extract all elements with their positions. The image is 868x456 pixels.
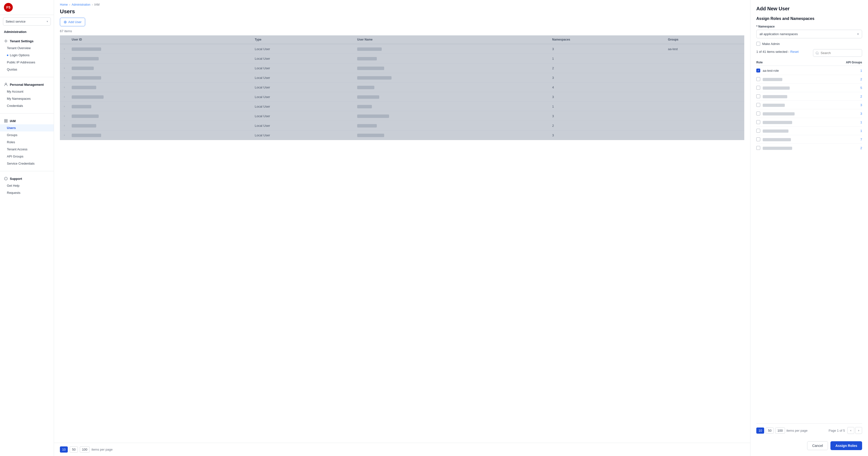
sidebar-item-users[interactable]: Users [0,124,54,132]
role-list-item: 1 [756,126,862,135]
breadcrumb-iam: IAM [94,3,99,6]
panel-page-info: Page 1 of 5 [829,429,845,432]
svg-rect-5 [6,121,7,122]
role-checkbox[interactable] [756,68,760,73]
sidebar-item-service-credentials[interactable]: Service Credentials [0,160,54,167]
sidebar-item-quotas[interactable]: Quotas [0,66,54,73]
iam-section: IAM Users Groups Roles Tenant Access API… [0,114,54,170]
role-name [763,77,855,81]
sidebar-item-get-help[interactable]: Get Help [0,182,54,189]
role-list-item: aa-test-role1 [756,66,862,75]
role-checkbox[interactable] [756,120,760,124]
next-page-button[interactable]: › [855,427,862,434]
page-size-10[interactable]: 10 [60,447,68,453]
panel-items-per-page-label: items per page [786,429,808,432]
svg-rect-4 [4,121,6,122]
make-admin-label: Make Admin [762,42,780,46]
sidebar-logo: F5 [0,0,54,15]
namespace-dropdown[interactable]: all application namespaces ▾ [756,30,862,38]
divider-1 [0,77,54,77]
role-checkbox[interactable] [756,94,760,98]
make-admin-row: Make Admin [756,42,862,46]
role-api-count: 7 [857,138,862,141]
role-list-item: 2 [756,75,862,84]
sidebar-item-requests[interactable]: Requests [0,189,54,196]
role-api-count: 1 [857,120,862,124]
role-checkbox[interactable] [756,103,760,107]
svg-point-0 [5,40,7,42]
personal-management-section: Personal Management My Account My Namesp… [0,78,54,112]
breadcrumb-admin[interactable]: Administration [72,3,90,6]
support-section: Support Get Help Requests [0,172,54,199]
sidebar-item-login-options[interactable]: Login Options [0,52,54,59]
panel-actions: Cancel Assign Roles [756,437,862,450]
role-checkbox[interactable] [756,129,760,133]
breadcrumb-sep-1: › [69,3,70,6]
divider-2 [0,113,54,114]
sidebar-item-my-account[interactable]: My Account [0,88,54,95]
namespace-label: * Namespace [756,25,862,28]
role-list-item: 2 [756,92,862,101]
login-options-dot [7,55,8,56]
role-search-wrapper [813,49,862,57]
sidebar-item-roles[interactable]: Roles [0,139,54,146]
role-name [763,120,855,124]
role-name [763,103,855,107]
main-area: Home › Administration › IAM Users ⊕ Add … [54,0,750,456]
add-user-button[interactable]: ⊕ Add User [60,18,85,26]
sidebar-item-tenant-access[interactable]: Tenant Access [0,146,54,153]
iam-icon [4,119,8,123]
roles-header: Role API Groups [756,59,862,66]
cancel-button[interactable]: Cancel [807,441,828,450]
panel-pagination: 10 50 100 items per page Page 1 of 5 ‹ › [756,423,862,437]
role-checkbox[interactable] [756,112,760,115]
role-api-count: 2 [857,77,862,81]
prev-page-button[interactable]: ‹ [847,427,854,434]
iam-title: IAM [0,117,54,124]
role-list-item: 2 [756,144,862,152]
panel-page-nav-group: Page 1 of 5 ‹ › [829,427,862,434]
role-list-item: 1 [756,118,862,126]
role-name [763,86,855,89]
user-icon [4,83,8,86]
sidebar-item-tenant-overview[interactable]: Tenant Overview [0,45,54,52]
role-name [763,94,855,98]
role-name [763,129,855,133]
support-title: Support [0,175,54,182]
right-panel: Add New User Assign Roles and Namespaces… [750,0,868,456]
role-list-item: 3 [756,109,862,118]
role-name [763,112,855,115]
table-container: ⊕ Add User 67 items User ID Type User Na… [54,18,750,140]
page-size-50[interactable]: 50 [70,447,78,453]
chevron-down-icon: ▾ [46,20,48,23]
sidebar-item-api-groups[interactable]: API Groups [0,153,54,160]
make-admin-checkbox[interactable] [756,42,760,46]
service-select-dropdown[interactable]: Select service ▾ [3,18,51,26]
panel-page-size-10[interactable]: 10 [756,428,764,434]
breadcrumb-home[interactable]: Home [60,3,68,6]
panel-page-size-100[interactable]: 100 [775,428,785,434]
assign-roles-button[interactable]: Assign Roles [831,441,862,450]
role-name: aa-test-role [763,69,855,73]
role-api-count: 3 [857,103,862,107]
plus-icon: ⊕ [64,20,67,24]
administration-heading: Administration [0,28,54,35]
sidebar-item-credentials[interactable]: Credentials [0,102,54,109]
tenant-settings-section: Tenant Settings Tenant Overview Login Op… [0,35,54,76]
page-size-100[interactable]: 100 [80,447,90,453]
panel-page-size-50[interactable]: 50 [766,428,774,434]
sidebar-item-groups[interactable]: Groups [0,132,54,139]
role-checkbox[interactable] [756,146,760,150]
role-checkbox[interactable] [756,77,760,81]
role-api-count: 1 [857,129,862,133]
sidebar: F5 Select service ▾ Administration Tenan… [0,0,54,456]
table-actions: ⊕ Add User [60,18,744,26]
role-checkbox[interactable] [756,86,760,90]
role-name [763,137,855,141]
sidebar-item-public-ip[interactable]: Public IP Addresses [0,59,54,66]
role-list-item: 3 [756,101,862,109]
sidebar-item-my-namespaces[interactable]: My Namespaces [0,95,54,102]
role-search-input[interactable] [813,49,862,57]
reset-link[interactable]: Reset [790,50,799,54]
role-checkbox[interactable] [756,137,760,141]
